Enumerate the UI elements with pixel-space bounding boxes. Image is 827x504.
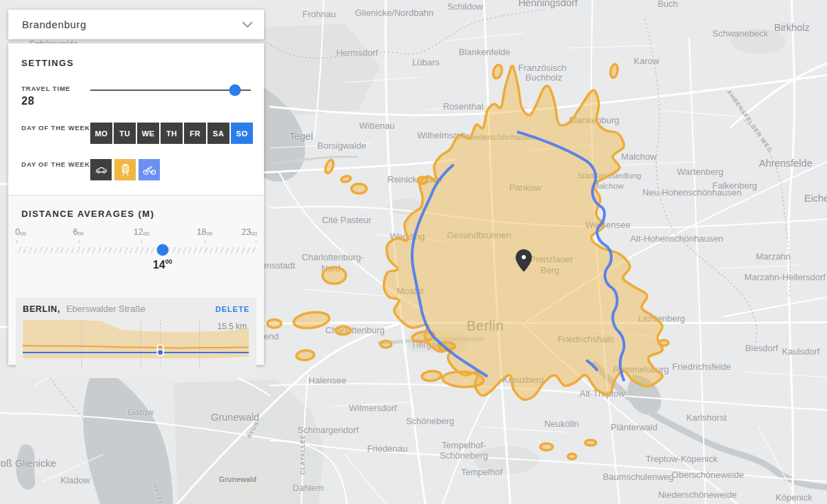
app-window: HenningsdorfSchönwalde-FrohnauGlienicke/… <box>0 0 827 504</box>
time-tick: 1800 <box>196 227 212 237</box>
travel-mode-row: DAY OF THE WEEK <box>21 159 251 180</box>
travel-mode-buttons <box>90 159 160 180</box>
settings-panel: SETTINGS TRAVEL TIME 28 DAY OF THE WEEK … <box>8 43 264 365</box>
day-button-so[interactable]: SO <box>231 123 253 144</box>
tram-icon <box>118 162 133 178</box>
settings-section: SETTINGS TRAVEL TIME 28 DAY OF THE WEEK … <box>8 43 264 195</box>
route-chart-svg <box>23 319 249 368</box>
time-tick: 2300 <box>241 227 257 237</box>
time-scale: 000600120018002300 <box>15 227 257 238</box>
region-dropdown-value: Brandenburg <box>22 19 86 30</box>
region-dropdown[interactable]: Brandenburg <box>8 10 264 39</box>
day-of-week-label: DAY OF THE WEEK <box>21 123 90 132</box>
chevron-down-icon <box>242 21 253 28</box>
travel-time-row: TRAVEL TIME 28 <box>21 83 251 107</box>
day-button-th[interactable]: TH <box>161 123 183 144</box>
travel-time-block: TRAVEL TIME 28 <box>21 83 90 107</box>
time-tick: 1200 <box>134 227 150 237</box>
day-button-fr[interactable]: FR <box>184 123 206 144</box>
time-slider-track <box>15 247 257 253</box>
day-button-we[interactable]: WE <box>137 123 159 144</box>
day-of-week-buttons: MOTUWETHFRSASO <box>90 123 253 144</box>
time-tick: 000 <box>15 227 26 237</box>
travel-time-value: 28 <box>21 95 90 107</box>
route-city: BERLIN, <box>23 304 60 314</box>
travel-time-label: TRAVEL TIME <box>21 85 90 92</box>
bicycle-icon <box>142 162 157 178</box>
route-chart: 15.5 km <box>23 319 249 370</box>
route-street: Eberswalder Straße <box>66 304 215 314</box>
settings-title: SETTINGS <box>21 58 251 68</box>
day-button-sa[interactable]: SA <box>207 123 229 144</box>
selected-time-value: 1400 <box>153 259 172 271</box>
isochrone-area <box>384 66 662 400</box>
travel-time-slider[interactable] <box>90 83 251 97</box>
route-card: BERLIN, Eberswalder Straße DELETE 15.5 k… <box>16 297 256 378</box>
bike-mode-button[interactable] <box>139 159 160 180</box>
travel-time-slider-handle[interactable] <box>229 85 241 96</box>
day-button-tu[interactable]: TU <box>114 123 136 144</box>
transit-mode-button[interactable] <box>114 159 136 180</box>
time-tick: 600 <box>73 227 84 237</box>
delete-route-button[interactable]: DELETE <box>216 305 249 313</box>
distance-averages-section: DISTANCE AVERAGES (M) 000600120018002300… <box>8 195 264 365</box>
car-mode-button[interactable] <box>90 159 112 180</box>
car-icon <box>94 162 109 178</box>
time-of-day-slider[interactable] <box>15 242 257 258</box>
travel-time-slider-track <box>90 90 251 91</box>
day-of-week-row: DAY OF THE WEEK MOTUWETHFRSASO <box>21 123 251 144</box>
time-slider-handle[interactable] <box>156 244 168 256</box>
travel-mode-label: DAY OF THE WEEK <box>21 159 90 168</box>
distance-averages-title: DISTANCE AVERAGES (M) <box>21 209 257 219</box>
chart-scale-label: 15.5 km <box>217 322 247 331</box>
day-button-mo[interactable]: MO <box>90 123 112 144</box>
